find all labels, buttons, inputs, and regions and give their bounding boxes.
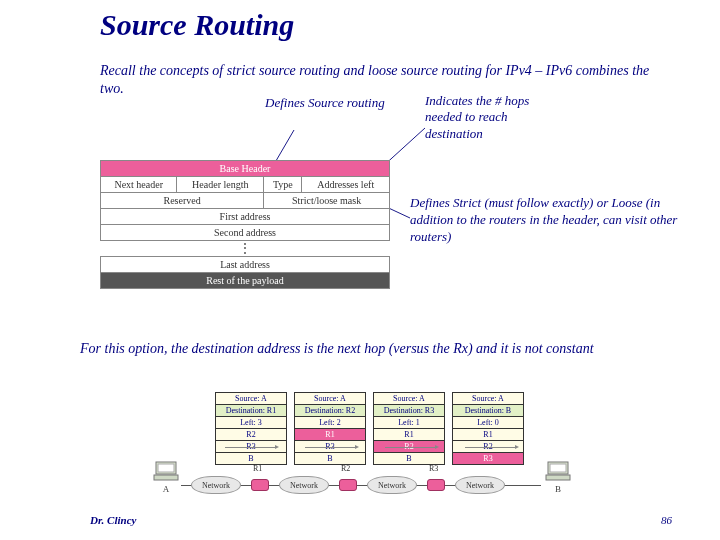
arrow-icon	[225, 447, 275, 448]
router-icon	[251, 479, 269, 491]
cell-reserved: Reserved	[101, 193, 264, 209]
network-cloud: Network	[455, 476, 505, 494]
routing-panel: Source: ADestination: BLeft: 0R1R2R3	[452, 392, 524, 465]
routing-panels: Source: ADestination: R1Left: 3R2R3BSour…	[215, 392, 524, 465]
cell-header-length: Header length	[177, 177, 264, 193]
routing-diagram: Source: ADestination: R1Left: 3R2R3BSour…	[145, 392, 585, 502]
panel-source: Source: A	[374, 393, 444, 404]
cell-last-address: Last address	[101, 257, 390, 273]
panel-row: R2	[374, 440, 444, 452]
host-b-label: B	[543, 484, 573, 494]
svg-rect-5	[154, 475, 178, 480]
panel-row: R2	[216, 428, 286, 440]
panel-source: Source: A	[295, 393, 365, 404]
router-label: R3	[429, 464, 438, 473]
network-cloud: Network	[191, 476, 241, 494]
panel-dest: Destination: B	[453, 404, 523, 416]
panel-row: R1	[453, 428, 523, 440]
panel-dest: Destination: R1	[216, 404, 286, 416]
svg-rect-7	[550, 464, 566, 472]
router-icon	[339, 479, 357, 491]
author-label: Dr. Clincy	[90, 514, 136, 526]
cell-strict-loose-mask: Strict/loose mask	[264, 193, 390, 209]
arrow-icon	[305, 447, 355, 448]
cell-addresses-left: Addresses left	[302, 177, 390, 193]
panel-row: B	[295, 452, 365, 464]
annotation-indicates-hops: Indicates the # hops needed to reach des…	[425, 93, 565, 142]
cell-type: Type	[264, 177, 302, 193]
cell-ellipsis: ⋮	[101, 241, 390, 257]
annotation-strict-loose: Defines Strict (must follow exactly) or …	[410, 195, 700, 246]
router-label: R1	[253, 464, 262, 473]
router-label: R2	[341, 464, 350, 473]
host-a: A	[151, 460, 181, 494]
network-cloud: Network	[367, 476, 417, 494]
panel-dest: Destination: R3	[374, 404, 444, 416]
panel-left: Left: 2	[295, 416, 365, 428]
arrow-icon	[465, 447, 515, 448]
panel-row: B	[216, 452, 286, 464]
routing-panel: Source: ADestination: R1Left: 3R2R3B	[215, 392, 287, 465]
panel-row: R3	[453, 452, 523, 464]
panel-source: Source: A	[453, 393, 523, 404]
cell-rest-payload: Rest of the payload	[101, 273, 390, 289]
panel-left: Left: 3	[216, 416, 286, 428]
network-cloud: Network	[279, 476, 329, 494]
svg-rect-4	[158, 464, 174, 472]
arrow-icon	[385, 447, 435, 448]
slide-title: Source Routing	[100, 8, 294, 42]
router-icon	[427, 479, 445, 491]
panel-left: Left: 0	[453, 416, 523, 428]
panel-source: Source: A	[216, 393, 286, 404]
panel-row: R1	[295, 428, 365, 440]
routing-panel: Source: ADestination: R3Left: 1R1R2B	[373, 392, 445, 465]
paragraph-destination: For this option, the destination address…	[80, 340, 670, 358]
cell-next-header: Next header	[101, 177, 177, 193]
header-diagram: Base Header Next header Header length Ty…	[100, 160, 390, 289]
annotation-defines-source: Defines Source routing	[265, 95, 385, 111]
panel-row: B	[374, 452, 444, 464]
panel-row: R1	[374, 428, 444, 440]
routing-panel: Source: ADestination: R2Left: 2R1R3B	[294, 392, 366, 465]
svg-rect-8	[546, 475, 570, 480]
cell-first-address: First address	[101, 209, 390, 225]
panel-row: R2	[453, 440, 523, 452]
cell-second-address: Second address	[101, 225, 390, 241]
network-path: Network R1 Network R2 Network R3 Network	[181, 472, 541, 500]
panel-dest: Destination: R2	[295, 404, 365, 416]
intro-text: Recall the concepts of strict source rou…	[100, 62, 670, 98]
host-a-label: A	[151, 484, 181, 494]
base-header-bar: Base Header	[101, 161, 390, 177]
panel-left: Left: 1	[374, 416, 444, 428]
page-number: 86	[661, 514, 672, 526]
host-b: B	[543, 460, 573, 494]
